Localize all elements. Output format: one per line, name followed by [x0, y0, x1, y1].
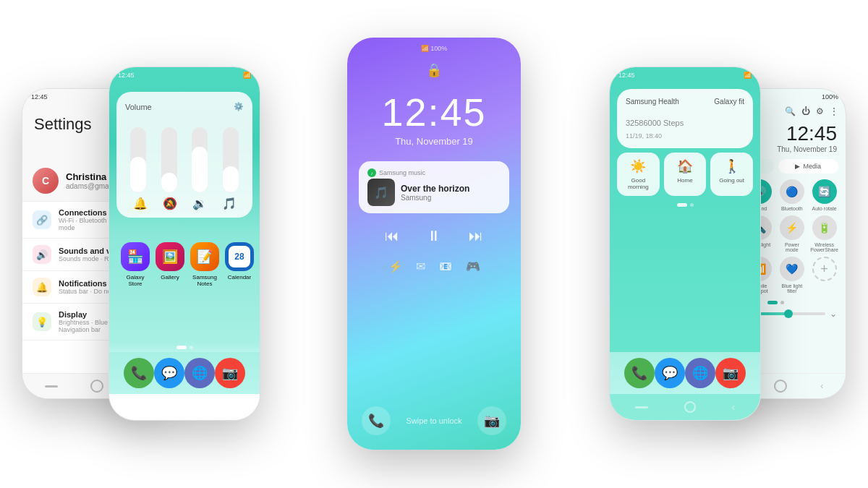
- dock-messages-h[interactable]: 💬: [655, 358, 685, 388]
- play-pause-button[interactable]: ⏸: [422, 223, 446, 248]
- dock-phone-h[interactable]: 📞: [624, 358, 655, 388]
- album-art: 🎵: [367, 179, 395, 206]
- music-icon: 🎵: [222, 197, 237, 210]
- lock-screen-phone: 📶 100% 🔒 12:45 Thu, November 19 ♪ Samsun…: [347, 38, 521, 450]
- media-icon: 🔉: [192, 197, 207, 210]
- nav-back-qp[interactable]: ‹: [820, 381, 823, 391]
- quick-status-right: 100%: [822, 93, 838, 100]
- volume-card-header: Volume ⚙️: [125, 102, 244, 111]
- volume-settings-icon[interactable]: ⚙️: [234, 102, 244, 111]
- nav-home-qp[interactable]: [774, 380, 787, 393]
- slider-media[interactable]: [192, 127, 208, 192]
- dock-health: 📞 💬 🌐 📷: [610, 352, 760, 394]
- app-samsung-notes[interactable]: 📝 Samsung Notes: [190, 242, 219, 335]
- tab-media[interactable]: ▶ Media: [778, 159, 839, 174]
- bluetooth-label: Bluetooth: [781, 206, 803, 211]
- toggle-bluelight[interactable]: 💙 Blue light filter: [778, 257, 807, 294]
- settings-icon-qp[interactable]: ⚙: [816, 106, 824, 116]
- music-controls: ⏮ ⏸ ⏭: [347, 223, 521, 248]
- toggle-power-mode[interactable]: ⚡ Power mode: [778, 215, 807, 252]
- nav-recent-icon[interactable]: [45, 385, 58, 388]
- calendar-icon: 28: [225, 242, 254, 271]
- health-item-going-out[interactable]: 🚶 Going out: [710, 153, 753, 196]
- health-date: 11/19, 18:40: [626, 132, 744, 140]
- powershare-btn[interactable]: 🔋: [812, 215, 837, 240]
- nav-bar-health: ‹: [610, 394, 760, 420]
- volume-label: Volume: [125, 103, 152, 111]
- volume-icons-row: 🔔 🔕 🔉 🎵: [125, 192, 244, 210]
- toggle-powershare[interactable]: 🔋 Wireless PowerShare: [810, 215, 838, 252]
- dock-phone[interactable]: 📞: [124, 358, 154, 388]
- slider-music[interactable]: [223, 127, 239, 192]
- display-icon: 💡: [33, 312, 51, 331]
- morning-icon: ☀️: [630, 158, 646, 174]
- app-grid: 🏪 Galaxy Store 🖼️ Gallery 📝 Samsung Note…: [109, 235, 260, 343]
- nav-recent-h[interactable]: [635, 406, 648, 408]
- status-signal-vol: 📶: [243, 72, 251, 79]
- dock-internet-h[interactable]: 🌐: [685, 358, 715, 388]
- auto-brightness-icon[interactable]: ⌄: [830, 309, 837, 319]
- media-tab-label: Media: [803, 163, 821, 170]
- power-mode-btn[interactable]: ⚡: [780, 215, 804, 240]
- quick-icons: ⚡ ✉ 📧 🎮: [347, 260, 521, 273]
- power-icon[interactable]: ⏻: [801, 106, 810, 116]
- lock-padlock-icon: 🔒: [347, 52, 521, 78]
- search-icon[interactable]: 🔍: [785, 106, 796, 116]
- autorotate-toggle-btn[interactable]: 🔄: [812, 179, 837, 204]
- lock-screen-bg: 📶 100% 🔒 12:45 Thu, November 19 ♪ Samsun…: [347, 38, 521, 450]
- bluetooth-toggle-btn[interactable]: 🔵: [780, 179, 804, 204]
- power-mode-label: Power mode: [778, 242, 807, 252]
- morning-label: Good morning: [621, 177, 655, 190]
- app-gallery[interactable]: 🖼️ Gallery: [156, 242, 184, 335]
- song-title: Over the horizon: [401, 184, 469, 194]
- health-signal: 📶: [744, 72, 752, 79]
- volume-apps-phone: 12:45 📶 Volume ⚙️: [109, 67, 260, 421]
- nav-home-h[interactable]: [684, 401, 696, 413]
- nav-back-vol[interactable]: ‹: [231, 401, 234, 413]
- nav-recent-vol[interactable]: [135, 406, 148, 408]
- volume-card: Volume ⚙️: [116, 92, 252, 218]
- sounds-icon: 🔊: [33, 245, 51, 264]
- health-phone: 12:45 📶 Samsung Health Galaxy fit 325860…: [609, 67, 761, 421]
- toggle-bluetooth[interactable]: 🔵 Bluetooth: [778, 179, 807, 211]
- mute-icon: 🔕: [163, 197, 177, 210]
- nav-back-h[interactable]: ‹: [731, 401, 735, 413]
- main-scene: 12:45 📶 100% Settings 🔍 C Christina Adam…: [0, 0, 868, 488]
- music-notification[interactable]: ♪ Samsung music 🎵 Over the horizon Samsu…: [359, 161, 509, 213]
- lock-phone-icon[interactable]: 📞: [362, 406, 391, 435]
- quick-message-icon[interactable]: ✉: [416, 260, 425, 273]
- dock-camera-h[interactable]: 📷: [715, 358, 746, 388]
- quick-flash-icon[interactable]: ⚡: [388, 260, 403, 273]
- lock-camera-icon[interactable]: 📷: [477, 406, 506, 435]
- app-label-calendar: Calendar: [228, 274, 251, 281]
- samsung-notes-icon: 📝: [190, 242, 219, 271]
- dock-messages[interactable]: 💬: [154, 358, 184, 388]
- next-button[interactable]: ⏭: [464, 223, 488, 248]
- quick-game-icon[interactable]: 🎮: [466, 260, 480, 273]
- nav-home-vol[interactable]: [184, 401, 195, 413]
- slider-ring[interactable]: [130, 127, 146, 192]
- prev-button[interactable]: ⏮: [380, 223, 404, 248]
- health-quick-grid: ☀️ Good morning 🏠 Home 🚶 Going out: [617, 153, 753, 196]
- dock-internet[interactable]: 🌐: [184, 358, 215, 388]
- health-content: Samsung Health Galaxy fit 32586000 Steps…: [610, 82, 760, 420]
- app-galaxy-store[interactable]: 🏪 Galaxy Store: [121, 242, 150, 335]
- toggle-autorotate[interactable]: 🔄 Auto rotate: [810, 179, 838, 211]
- music-app-icon: ♪: [367, 168, 376, 177]
- more-icon[interactable]: ⋮: [830, 106, 838, 116]
- quick-email-icon[interactable]: 📧: [438, 260, 453, 273]
- statusbar-lock: 📶 100%: [347, 38, 521, 52]
- autorotate-label: Auto rotate: [812, 206, 837, 211]
- slider-silent[interactable]: [161, 127, 177, 192]
- app-label-galaxy-store: Galaxy Store: [121, 274, 150, 287]
- health-item-home[interactable]: 🏠 Home: [664, 153, 707, 196]
- add-icon[interactable]: +: [812, 257, 837, 281]
- app-label-gallery: Gallery: [161, 274, 179, 281]
- health-item-morning[interactable]: ☀️ Good morning: [617, 153, 660, 196]
- bluelight-btn[interactable]: 💙: [780, 257, 804, 281]
- add-toggle-btn[interactable]: +: [810, 257, 838, 294]
- app-calendar[interactable]: 28 Calendar: [225, 242, 254, 335]
- notif-app-name: ♪ Samsung music: [367, 168, 501, 177]
- nav-home-icon[interactable]: [90, 380, 103, 393]
- dock-camera[interactable]: 📷: [215, 358, 245, 388]
